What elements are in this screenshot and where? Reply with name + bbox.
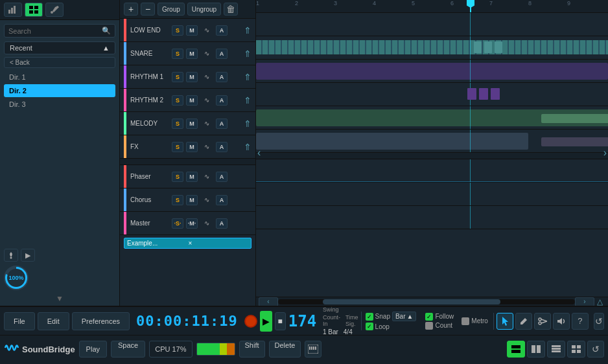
paint-tool-btn[interactable] [4,249,18,262]
arrange-nav-left-icon[interactable]: ‹ [256,146,262,160]
mute-btn-snare[interactable]: M [186,49,198,59]
space-button[interactable]: Space [111,341,145,358]
cursor-tool-btn[interactable] [497,313,513,330]
track-expand-rhythm1[interactable]: ⇑ [244,72,251,82]
mute-btn-rhythm2[interactable]: M [186,95,198,106]
solo-btn-snare[interactable]: S [172,49,183,59]
sidebar-brush-icon-btn[interactable] [45,3,64,17]
sidebar-item-dir3[interactable]: Dir. 3 [4,98,115,111]
add-track-button[interactable]: + [124,3,138,16]
auto-btn-master[interactable]: A [216,218,228,229]
sidebar-grid-icon-btn[interactable] [25,3,43,17]
solo-btn-low-end[interactable]: S [172,25,183,36]
lane-master[interactable] [256,206,608,229]
play-button[interactable]: ▶ [260,311,272,332]
scissors-tool-btn[interactable] [534,313,551,330]
view-btn-3[interactable] [547,341,565,358]
mute-btn-master[interactable]: ·M· [186,218,198,229]
auto-btn-chorus[interactable]: A [216,195,228,205]
view-btn-2[interactable] [527,341,545,358]
track-expand-rhythm2[interactable]: ⇑ [244,95,251,106]
track-expand-fx[interactable]: ⇑ [244,142,251,152]
solo-btn-melody[interactable]: S [172,119,183,129]
solo-btn-fx[interactable]: S [172,142,183,152]
horizontal-scrollbar-thumb[interactable] [323,299,501,304]
lane-low-end[interactable] [256,13,608,36]
loop-checkbox[interactable]: ✓ [366,323,373,330]
play-label-button[interactable]: Play [79,341,107,358]
question-tool-btn[interactable]: ? [572,313,589,330]
track-expand-snare[interactable]: ⇑ [244,49,251,59]
undo-button[interactable]: ↺ [594,313,604,330]
solo-btn-phaser[interactable]: S [172,172,183,182]
arrange-nav-right-icon[interactable]: › [602,146,608,160]
lane-rhythm2[interactable] [256,83,608,106]
wave-icon-rhythm2: ∿ [200,97,213,104]
track-color-melody [124,112,126,135]
arrange-scroll-right-btn[interactable]: › [575,297,594,306]
view-btn-4[interactable] [567,341,585,358]
count-checkbox[interactable] [425,322,433,330]
midi-icon-btn[interactable] [305,341,322,358]
mute-btn-rhythm1[interactable]: M [186,72,198,82]
trash-button[interactable]: 🗑 [224,3,238,16]
ungroup-button[interactable]: Ungroup [187,3,221,16]
lane-fx[interactable] [256,130,608,153]
edit-menu-btn[interactable]: Edit [38,312,69,330]
follow-checkbox[interactable]: ✓ [425,313,433,321]
back-button[interactable]: < Back [4,57,115,68]
track-tab-input[interactable]: Example... × [124,238,251,249]
lane-rhythm1[interactable] [256,60,608,83]
solo-btn-master[interactable]: ·S· [172,218,183,229]
pencil-tool-btn[interactable] [515,313,532,330]
preferences-menu-btn[interactable]: Preferences [72,312,130,330]
lane-phaser[interactable] [256,159,608,183]
arrange-bottom-collapse[interactable]: △ [597,297,603,306]
mute-btn-melody[interactable]: M [186,119,198,129]
arrange-scroll-left-btn[interactable]: ‹ [259,297,278,306]
sidebar-chart-icon-btn[interactable] [4,3,22,17]
sidebar-item-dir2[interactable]: Dir. 2 [4,84,115,97]
solo-btn-chorus[interactable]: S [172,195,183,205]
record-button[interactable] [244,315,257,328]
track-expand-low-end[interactable]: ⇑ [244,25,251,36]
mute-btn-phaser[interactable]: M [186,172,198,182]
horizontal-scrollbar-track[interactable] [278,299,575,304]
track-expand-melody[interactable]: ⇑ [244,119,251,129]
mute-btn-fx[interactable]: M [186,142,198,152]
sidebar-collapse-arrow[interactable]: ▼ [0,294,119,303]
track-tab-close-btn[interactable]: × [189,240,249,247]
stop-button[interactable]: ■ [275,312,286,330]
auto-btn-fx[interactable]: A [216,142,228,152]
play-mini-btn[interactable]: ▶ [21,249,35,262]
file-menu-btn[interactable]: File [4,312,35,330]
auto-btn-rhythm1[interactable]: A [216,72,228,82]
metro-checkbox[interactable] [462,317,469,325]
mute-btn-low-end[interactable]: M [186,25,198,36]
auto-btn-low-end[interactable]: A [216,25,228,36]
snap-dropdown[interactable]: Bar ▲ [392,312,416,321]
auto-btn-melody[interactable]: A [216,119,228,129]
undo-btn-info[interactable]: ↺ [587,341,604,358]
auto-btn-snare[interactable]: A [216,49,228,59]
group-button[interactable]: Group [158,3,185,16]
lane-melody[interactable] [256,106,608,130]
auto-btn-rhythm2[interactable]: A [216,95,228,106]
metro-row: Metro [462,317,488,325]
speaker-tool-btn[interactable] [553,313,570,330]
auto-btn-phaser[interactable]: A [216,172,228,182]
sidebar-item-dir1[interactable]: Dir. 1 [4,71,115,84]
search-input[interactable] [8,27,102,35]
snap-checkbox[interactable]: ✓ [366,313,373,321]
remove-track-button[interactable]: − [141,3,155,16]
recent-button[interactable]: Recent ▲ [4,41,115,54]
volume-knob[interactable]: 100% [4,266,29,290]
mute-btn-chorus[interactable]: M [186,195,198,205]
lane-snare[interactable] [256,36,608,60]
lane-chorus[interactable] [256,183,608,206]
view-btn-1[interactable] [507,341,525,358]
shift-button[interactable]: Shift [239,341,265,358]
solo-btn-rhythm1[interactable]: S [172,72,183,82]
delete-button[interactable]: Delete [269,341,301,358]
solo-btn-rhythm2[interactable]: S [172,95,183,106]
